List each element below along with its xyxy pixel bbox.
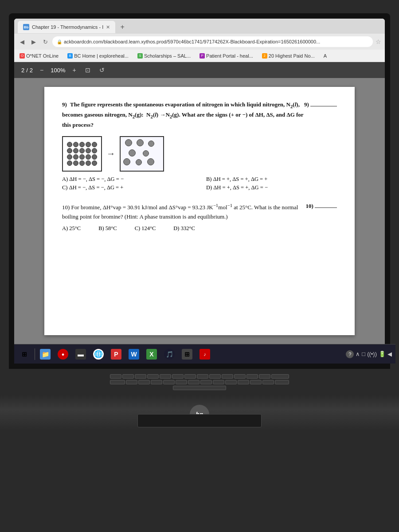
q9-answer-c: C) ΔH = −, ΔS = −, ΔG = + [62,184,193,191]
bookmark-favicon: O [20,53,25,59]
forward-button[interactable]: ▶ [29,37,38,46]
question-9-block: 9) The figure represents the spontaneous… [62,100,337,191]
bookmark-bc-home[interactable]: B BC Home | exploreheal... [66,52,130,59]
key [176,380,187,384]
pdf-fit-button[interactable]: ⊡ [83,66,92,74]
music-icon: 🎵 [164,349,175,360]
key [246,374,258,379]
pdf-page-info: 2 / 2 [21,67,33,74]
key [200,380,212,384]
pdf-page-total: 2 [30,67,33,74]
taskbar-dark-app[interactable]: ▬ [72,346,89,363]
q9-bold-text: The figure represents the spontaneous ev… [70,101,300,108]
bookmark-star-icon[interactable]: ☆ [376,38,381,45]
p-app-icon: P [111,349,121,360]
pdf-plus-button[interactable]: + [71,66,78,74]
key [262,380,274,384]
bookmark-highest-paid[interactable]: 2 20 Highest Paid No... [260,52,317,59]
key [126,380,137,384]
bookmark-scholarships[interactable]: S Scholarships – SAL... [136,52,192,59]
key [197,374,208,379]
taskbar-separator [35,348,35,360]
key [234,374,246,379]
q9-a-text: A) ΔH = −, ΔS = −, ΔG = − [62,176,124,183]
keyboard-row-2 [110,380,289,384]
pdf-content: 9) The figure represents the spontaneous… [14,78,385,344]
key [238,380,249,384]
bookmark-favicon: P [200,53,205,59]
display-icon[interactable]: □ [362,351,365,357]
key-space [173,386,226,390]
url-text: ackboardcdn.com/blackboard.learn.xythos.… [64,39,320,44]
taskbar-file-explorer[interactable]: 📁 [37,346,54,363]
key [271,374,289,379]
key [160,374,171,379]
key [172,374,184,379]
expand-icon[interactable]: ∧ [356,351,360,357]
key [209,374,221,379]
taskbar-start-button[interactable]: ⊞ [16,346,33,363]
bookmark-extra[interactable]: A [322,52,329,59]
help-icon[interactable]: ? [346,350,354,358]
taskbar-grid-app[interactable]: ⊞ [179,346,196,363]
keyboard-area [9,369,390,395]
red-app-icon: ● [58,349,68,360]
q9-answer-a: A) ΔH = −, ΔS = −, ΔG = − [62,176,193,183]
key [135,374,146,379]
taskbar-x-app[interactable]: X [143,346,160,363]
q10-answer-b: B) 58°C [98,225,117,232]
question-10-block: 10) 10) For bromine, ΔH°vap = 30.91 kJ/m… [62,202,337,232]
pdf-rotate-button[interactable]: ↺ [98,66,106,74]
reload-button[interactable]: ↻ [41,37,50,46]
volume-icon[interactable]: ◀ [387,351,392,357]
question-9-text: 9) The figure represents the spontaneous… [62,100,337,130]
gas-nitrogen-diagram [120,136,164,172]
pdf-app-icon: ♪ [200,349,210,360]
battery-icon[interactable]: 🔋 [379,351,386,357]
q10-answers: A) 25°C B) 58°C C) 124°C D) 332°C [62,225,337,232]
key [250,380,262,384]
pdf-page: 9) The figure represents the spontaneous… [44,87,355,335]
taskbar-chrome[interactable]: 🌐 [90,346,107,363]
keyboard-row-3 [173,386,226,390]
reaction-arrow: → [106,149,115,159]
taskbar-p-app[interactable]: P [108,346,125,363]
key [138,380,150,384]
excel-icon: X [146,349,157,360]
tab-close-icon[interactable]: ✕ [106,24,110,30]
wifi-icon[interactable]: ((•)) [367,351,377,357]
bookmark-patient-portal[interactable]: P Patient Portal - heal... [198,52,255,59]
q10-answer-c: C) 124°C [135,225,156,232]
pdf-toolbar: 2 / 2 − 100% + ⊡ ↺ [14,62,385,78]
taskbar-music[interactable]: 🎵 [161,346,178,363]
bookmark-favicon: 2 [262,53,267,59]
key [184,374,196,379]
key [275,380,289,384]
grid-app-icon: ⊞ [182,349,192,360]
start-icon: ⊞ [19,349,30,360]
back-button[interactable]: ◀ [18,37,27,46]
url-bar[interactable]: 🔒 ackboardcdn.com/blackboard.learn.xytho… [52,36,373,47]
touchpad[interactable] [137,414,262,427]
key [151,380,162,384]
q10-number-right: 10) [305,202,337,211]
tab-bar: Bb Chapter 19 - Thermodynamics - I ✕ + [14,19,385,34]
system-tray: ? ∧ □ ((•)) 🔋 ◀ [346,350,394,358]
q9-answer-b: B) ΔH = +, ΔS = +, ΔG = + [206,176,337,183]
key [163,380,175,384]
key [213,380,224,384]
active-tab[interactable]: Bb Chapter 19 - Thermodynamics - I ✕ [18,21,115,33]
key [122,374,134,379]
key [225,380,237,384]
bookmark-onet[interactable]: O O*NET OnLine [18,52,60,59]
q9-number-right: 9) [304,100,337,110]
taskbar-word[interactable]: W [125,346,142,363]
chrome-icon: 🌐 [93,349,104,360]
q9-b-text: B) ΔH = +, ΔS = +, ΔG = + [206,176,267,183]
taskbar-pdf-app[interactable]: ♪ [196,346,213,363]
pdf-minus-button[interactable]: − [38,66,45,74]
new-tab-button[interactable]: + [117,22,128,32]
pdf-page-current: 2 [21,67,24,74]
taskbar-red-app[interactable]: ● [55,346,71,363]
file-explorer-icon: 📁 [40,349,51,360]
